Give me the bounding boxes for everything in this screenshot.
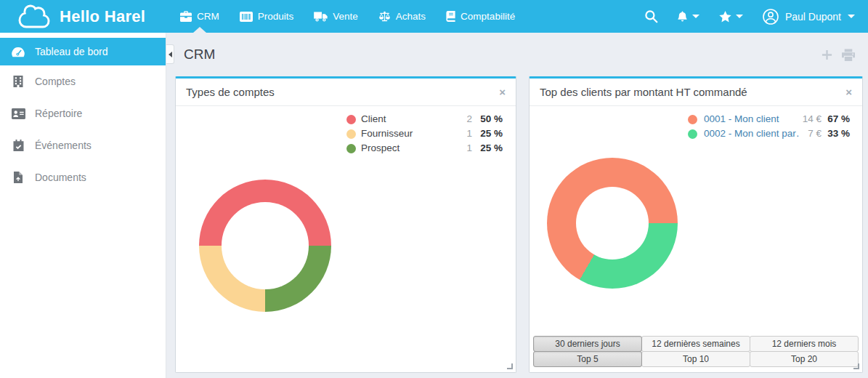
- client-link[interactable]: 0002 - Mon client par…: [704, 128, 800, 140]
- main-nav: CRM Produits Vente Achats: [170, 0, 525, 33]
- sidebar-collapse-button[interactable]: [166, 44, 174, 64]
- nav-item-achats[interactable]: Achats: [368, 0, 436, 33]
- page-header: CRM: [166, 33, 868, 76]
- content-area: CRM Types de comptes ×: [166, 33, 868, 378]
- nav-item-label: Vente: [333, 11, 358, 22]
- client-link[interactable]: 0001 - Mon client: [704, 113, 800, 125]
- sidebar-item-repertoire[interactable]: Répertoire: [0, 97, 166, 129]
- star-icon: [719, 11, 731, 23]
- bell-icon: [677, 11, 688, 23]
- sidebar-item-evenements[interactable]: Événements: [0, 129, 166, 161]
- truck-icon: [314, 12, 328, 22]
- caret-down-icon: [692, 15, 699, 18]
- user-circle-icon: [763, 9, 779, 25]
- chart-filter-buttons: 30 derniers jours 12 dernières semaines …: [533, 336, 859, 367]
- sidebar-item-comptes[interactable]: Comptes: [0, 65, 166, 97]
- app-title: Hello Harel: [60, 7, 145, 26]
- dashboard-widgets: Types de comptes × Client 2 50 % Fournis…: [166, 76, 868, 373]
- period-button-12-mois[interactable]: 12 derniers mois: [750, 336, 859, 352]
- resize-handle-icon[interactable]: [853, 363, 859, 369]
- legend-count: 1: [454, 128, 472, 140]
- legend-percent: 50 %: [472, 113, 503, 125]
- legend-dot: [346, 115, 356, 124]
- widget-types-de-comptes: Types de comptes × Client 2 50 % Fournis…: [175, 76, 516, 373]
- nav-item-comptabilite[interactable]: Comptabilité: [436, 0, 525, 33]
- top-10-button[interactable]: Top 10: [641, 351, 750, 367]
- sidebar-item-label: Tableau de bord: [35, 46, 108, 57]
- legend-amount: 7 €: [800, 128, 822, 140]
- scales-icon: [378, 11, 391, 22]
- period-button-12-semaines[interactable]: 12 dernières semaines: [641, 336, 750, 352]
- top-20-button[interactable]: Top 20: [750, 351, 859, 367]
- briefcase-icon: [180, 11, 192, 22]
- widget-header: Top des clients par montant HT commandé …: [530, 79, 862, 106]
- legend-count: 1: [454, 142, 472, 154]
- caret-down-icon: [736, 15, 743, 18]
- resize-handle-icon[interactable]: [507, 363, 513, 369]
- search-icon[interactable]: [645, 10, 657, 23]
- page-title: CRM: [184, 47, 215, 63]
- page-header-actions: [821, 49, 855, 61]
- sidebar-item-documents[interactable]: Documents: [0, 161, 166, 193]
- close-icon[interactable]: ×: [499, 87, 506, 97]
- legend-dot: [346, 129, 356, 139]
- building-icon: [11, 76, 25, 87]
- widget-header: Types de comptes ×: [176, 79, 516, 106]
- nav-item-produits[interactable]: Produits: [230, 0, 304, 33]
- donut-chart-top-clients: [547, 158, 678, 289]
- legend-percent: 33 %: [822, 128, 850, 140]
- caret-down-icon: [848, 15, 855, 18]
- legend-dot: [688, 129, 697, 139]
- sidebar-item-label: Événements: [35, 140, 92, 151]
- address-card-icon: [11, 108, 25, 119]
- sidebar: Tableau de bord Comptes Répertoire Événe…: [0, 33, 166, 378]
- favorites-menu[interactable]: [719, 11, 743, 23]
- sidebar-item-label: Documents: [35, 172, 86, 183]
- printer-icon[interactable]: [842, 49, 855, 61]
- topbar: Hello Harel CRM Produits Vente: [0, 0, 868, 33]
- period-button-30-jours[interactable]: 30 derniers jours: [533, 336, 642, 352]
- barcode-icon: [240, 12, 253, 22]
- legend-percent: 25 %: [472, 128, 503, 140]
- top-button-group: Top 5 Top 10 Top 20: [533, 351, 859, 367]
- chart-legend: Client 2 50 % Fournisseur 1 25 % Prospec…: [346, 113, 503, 154]
- user-name: Paul Dupont: [785, 11, 841, 23]
- legend-amount: 14 €: [800, 113, 822, 125]
- legend-percent: 67 %: [822, 113, 850, 125]
- user-menu[interactable]: Paul Dupont: [763, 9, 855, 25]
- sidebar-item-tableau-de-bord[interactable]: Tableau de bord: [0, 38, 166, 65]
- collapse-left-icon: [169, 52, 172, 57]
- legend-dot: [688, 115, 697, 124]
- donut-hole: [576, 187, 649, 260]
- sidebar-item-label: Répertoire: [35, 108, 82, 119]
- nav-item-vente[interactable]: Vente: [304, 0, 368, 33]
- nav-item-crm[interactable]: CRM: [170, 0, 230, 33]
- legend-label: Fournisseur: [361, 128, 454, 140]
- legend-label: Client: [361, 113, 454, 125]
- calendar-check-icon: [11, 140, 25, 151]
- app-logo[interactable]: Hello Harel: [0, 5, 166, 28]
- widget-title: Types de comptes: [186, 86, 275, 98]
- close-icon[interactable]: ×: [845, 87, 852, 97]
- legend-count: 2: [454, 113, 472, 125]
- nav-item-label: Comptabilité: [461, 11, 515, 22]
- notifications-menu[interactable]: [677, 11, 699, 23]
- period-button-group: 30 derniers jours 12 dernières semaines …: [533, 336, 859, 352]
- widget-top-clients: Top des clients par montant HT commandé …: [529, 76, 863, 373]
- plus-icon[interactable]: [821, 49, 833, 61]
- nav-item-label: Achats: [396, 11, 426, 22]
- topbar-actions: Paul Dupont: [645, 9, 868, 25]
- active-tab-indicator: [193, 27, 206, 33]
- legend-dot: [346, 144, 356, 153]
- sidebar-item-label: Comptes: [35, 76, 76, 87]
- nav-item-label: Produits: [258, 11, 294, 22]
- document-icon: [11, 172, 25, 183]
- legend-percent: 25 %: [472, 142, 503, 154]
- nav-item-label: CRM: [197, 11, 219, 22]
- donut-hole: [222, 202, 308, 289]
- dashboard-icon: [11, 46, 25, 57]
- cloud-icon: [15, 5, 53, 28]
- top-5-button[interactable]: Top 5: [533, 351, 642, 367]
- widget-title: Top des clients par montant HT commandé: [540, 86, 747, 98]
- ledger-icon: [446, 11, 455, 22]
